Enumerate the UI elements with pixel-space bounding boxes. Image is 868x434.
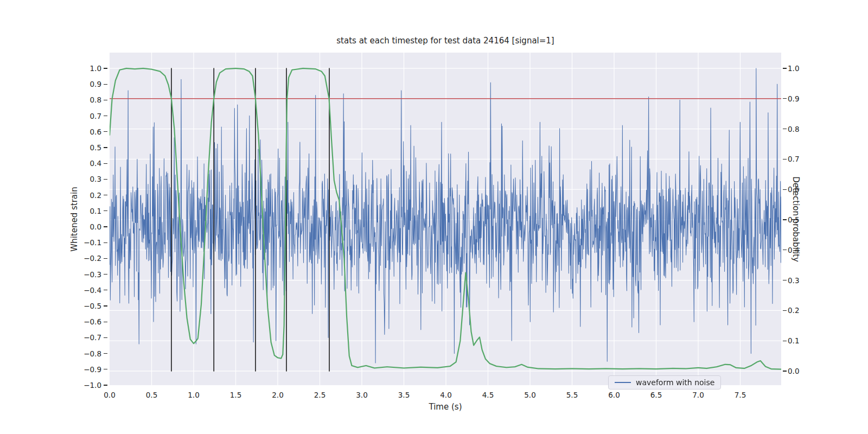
y-right-tick-label: 1.0 — [788, 63, 820, 73]
y-right-tick-label: 0.6 — [788, 184, 820, 194]
chart-title: stats at each timestep for test data 241… — [110, 36, 781, 46]
tick-mark — [104, 353, 107, 354]
x-tick-label: 0.0 — [94, 390, 125, 400]
tick-mark — [104, 179, 107, 180]
chart-canvas — [110, 53, 781, 385]
tick-mark — [104, 242, 107, 243]
x-tick-label: 0.5 — [137, 390, 167, 400]
tick-mark — [104, 369, 107, 369]
y-left-tick-label: 0.4 — [69, 158, 101, 168]
y-left-tick-label: 0.1 — [69, 206, 101, 216]
tick-mark — [783, 98, 787, 99]
y-right-tick-label: 0.0 — [788, 366, 820, 376]
y-right-tick-label: 0.4 — [788, 245, 820, 255]
x-tick-label: 4.0 — [431, 390, 461, 400]
tick-mark — [104, 195, 107, 195]
tick-mark — [104, 290, 107, 290]
tick-mark — [104, 163, 107, 164]
tick-mark — [783, 159, 787, 159]
x-tick-label: 7.5 — [725, 390, 756, 400]
tick-mark — [104, 226, 107, 227]
y-left-tick-label: −0.6 — [69, 317, 101, 327]
tick-mark — [104, 84, 107, 85]
tick-mark — [783, 250, 787, 250]
y-left-tick-label: 1.0 — [69, 63, 101, 73]
tick-mark — [104, 305, 107, 306]
plot-area — [110, 53, 781, 385]
tick-mark — [104, 68, 107, 68]
x-tick-label: 6.5 — [641, 390, 672, 400]
tick-mark — [104, 274, 107, 275]
y-left-tick-label: 0.6 — [69, 127, 101, 137]
tick-mark — [104, 147, 107, 148]
y-left-tick-label: −0.7 — [69, 333, 101, 342]
x-tick-label: 1.0 — [178, 390, 209, 400]
x-tick-label: 2.5 — [305, 390, 335, 400]
y-left-tick-label: −0.9 — [69, 365, 101, 374]
y-left-tick-label: 0.3 — [69, 174, 101, 184]
tick-mark — [104, 385, 107, 385]
tick-mark — [104, 337, 107, 338]
x-tick-label: 2.0 — [263, 390, 293, 400]
y-right-tick-label: 0.5 — [788, 215, 820, 225]
y-left-tick-label: 0.9 — [69, 79, 101, 89]
x-tick-label: 6.0 — [599, 390, 629, 400]
x-tick-label: 7.0 — [683, 390, 713, 400]
y-right-tick-label: 0.7 — [788, 154, 820, 164]
tick-mark — [783, 310, 787, 311]
tick-mark — [783, 280, 787, 280]
matplotlib-figure: stats at each timestep for test data 241… — [0, 0, 868, 434]
y-left-tick-label: −0.4 — [69, 285, 101, 295]
y-left-tick-label: 0.2 — [69, 190, 101, 200]
legend-item-label: waveform with noise — [636, 378, 714, 387]
x-tick-label: 5.0 — [515, 390, 545, 400]
tick-mark — [104, 100, 107, 100]
tick-mark — [783, 129, 787, 129]
y-right-tick-label: 0.3 — [788, 276, 820, 285]
tick-mark — [104, 210, 107, 211]
x-tick-label: 3.0 — [347, 390, 377, 400]
x-tick-label: 1.5 — [221, 390, 251, 400]
x-tick-label: 3.5 — [389, 390, 419, 400]
tick-mark — [104, 258, 107, 259]
tick-mark — [104, 116, 107, 116]
y-right-tick-label: 0.2 — [788, 305, 820, 315]
tick-mark — [783, 341, 787, 341]
x-axis-label: Time (s) — [110, 402, 781, 412]
y-right-tick-label: 0.9 — [788, 94, 820, 104]
y-left-tick-label: 0.8 — [69, 95, 101, 105]
x-tick-label: 4.5 — [473, 390, 503, 400]
tick-mark — [783, 371, 787, 371]
y-right-tick-label: 0.8 — [788, 124, 820, 134]
y-left-tick-label: −0.3 — [69, 270, 101, 279]
y-left-tick-label: 0.0 — [69, 222, 101, 232]
y-left-tick-label: 0.5 — [69, 143, 101, 152]
y-right-tick-label: 0.1 — [788, 336, 820, 346]
tick-mark — [783, 189, 787, 190]
x-tick-label: 5.5 — [557, 390, 588, 400]
tick-mark — [783, 219, 787, 220]
tick-mark — [104, 131, 107, 132]
y-left-tick-label: −0.5 — [69, 301, 101, 311]
y-left-tick-label: 0.7 — [69, 111, 101, 121]
y-left-tick-label: −0.8 — [69, 349, 101, 359]
y-left-tick-label: −0.2 — [69, 253, 101, 263]
tick-mark — [104, 322, 107, 322]
y-left-tick-label: −1.0 — [69, 380, 101, 390]
tick-mark — [783, 68, 787, 68]
legend: waveform with noise — [608, 375, 721, 390]
legend-line-sample — [615, 382, 631, 383]
y-left-tick-label: −0.1 — [69, 238, 101, 247]
